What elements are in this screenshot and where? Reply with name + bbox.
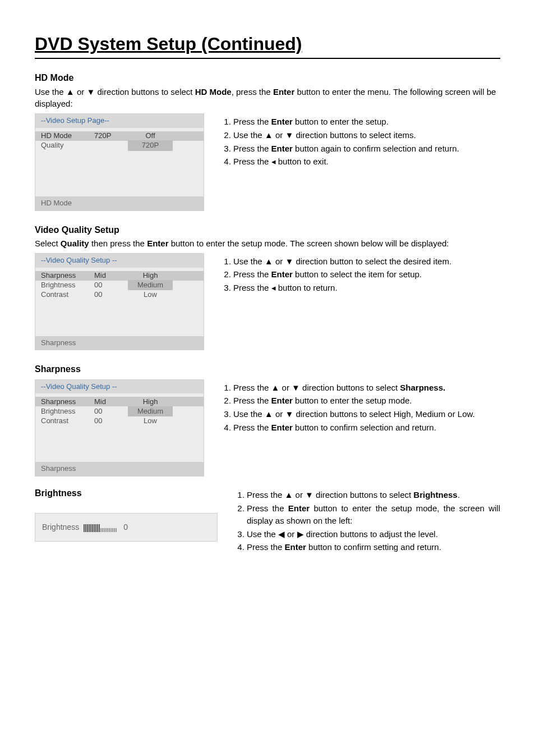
text-bold: Enter [273, 87, 294, 97]
menu-footer: Sharpness [35, 462, 204, 476]
text-bold: Enter [285, 542, 306, 552]
menu-row: SharpnessMidHigh [35, 397, 204, 406]
vq-row: --Video Quality Setup -- SharpnessMidHig… [35, 253, 500, 351]
text: button to enter the setup mode. The scre… [168, 239, 449, 248]
bright-steps: Press the ▲ or ▼ direction buttons to se… [234, 489, 500, 553]
menu-row: Contrast00Low [35, 290, 204, 300]
text-bold: Enter [271, 423, 293, 432]
text: button to select the item for setup. [293, 269, 422, 279]
brightness-label: Brightness [42, 521, 79, 533]
instruction-item: Press the Enter button to enter the setu… [233, 395, 500, 407]
menu-row: Brightness00Medium [35, 281, 204, 290]
instruction-item: Use the ◀ or ▶ direction buttons to adju… [247, 528, 500, 540]
instruction-item: Press the Enter button to select the ite… [233, 268, 500, 281]
text: Select [35, 239, 61, 248]
text: button to confirm setting and return. [306, 542, 441, 552]
text: Press the ◂ button to exit. [233, 157, 329, 166]
page: DVD System Setup (Continued) HD Mode Use… [0, 0, 535, 756]
text: Press the [233, 269, 271, 279]
instruction-item: Press the Enter button to enter the setu… [247, 502, 500, 527]
menu-body: SharpnessMidHighBrightness00MediumContra… [35, 393, 204, 459]
menu-row: HD Mode720POff [35, 131, 204, 141]
sharp-menu: --Video Quality Setup -- SharpnessMidHig… [35, 379, 204, 477]
menu-cell: 00 [94, 290, 128, 300]
instruction-item: Press the Enter button to confirm settin… [247, 541, 500, 553]
instruction-item: Press the ◂ button to return. [233, 282, 500, 294]
text: Press the ◂ button to return. [233, 283, 338, 292]
bright-steps-col: Press the ▲ or ▼ direction buttons to se… [234, 487, 500, 555]
menu-cell: 720P [94, 131, 128, 141]
menu-row: Quality720P [35, 141, 204, 150]
sharp-steps: Press the ▲ or ▼ direction buttons to se… [221, 382, 500, 434]
sharp-row: --Video Quality Setup -- SharpnessMidHig… [35, 379, 500, 477]
text: Use the ◀ or ▶ direction buttons to adju… [247, 529, 438, 539]
menu-cell: Contrast [41, 416, 94, 427]
text: . [458, 490, 460, 500]
menu-footer: HD Mode [35, 196, 204, 210]
instruction-item: Press the ▲ or ▼ direction buttons to se… [233, 382, 500, 394]
text: Use the ▲ or ▼ direction buttons to sele… [35, 87, 195, 97]
text-bold: Enter [271, 144, 293, 153]
text: Press the [233, 396, 271, 405]
text-bold: Sharpness. [400, 383, 445, 392]
vq-steps: Use the ▲ or ▼ direction button to selec… [221, 255, 500, 294]
text: Use the ▲ or ▼ direction buttons to sele… [233, 409, 475, 419]
vq-intro: Select Quality then press the Enter butt… [35, 237, 500, 250]
menu-footer: Sharpness [35, 336, 204, 350]
menu-cell: 720P [128, 140, 173, 151]
text: , press the [232, 87, 273, 97]
brightness-value: 0 [123, 521, 128, 533]
text-bold: Enter [271, 269, 293, 279]
instruction-item: Press the Enter button to enter the setu… [233, 116, 500, 128]
text: Press the [247, 503, 288, 513]
text: button again to confirm selection and re… [293, 144, 459, 153]
text: then press the [89, 239, 147, 248]
instruction-item: Press the ▲ or ▼ direction buttons to se… [247, 489, 500, 501]
menu-cell: Contrast [41, 290, 94, 300]
text-bold: Enter [271, 117, 293, 126]
text-bold: Brightness [413, 490, 457, 500]
text: button to confirm selection and return. [293, 423, 436, 432]
instruction-item: Use the ▲ or ▼ direction buttons to sele… [233, 408, 500, 420]
instruction-item: Press the ◂ button to exit. [233, 155, 500, 168]
vq-menu: --Video Quality Setup -- SharpnessMidHig… [35, 253, 204, 351]
menu-cell: 00 [94, 416, 128, 427]
sharp-steps-col: Press the ▲ or ▼ direction buttons to se… [221, 379, 500, 435]
menu-body: SharpnessMidHighBrightness00MediumContra… [35, 268, 204, 333]
hd-mode-intro: Use the ▲ or ▼ direction buttons to sele… [35, 86, 500, 111]
text: Press the [247, 542, 285, 552]
text: button to enter the setup mode. [293, 396, 412, 405]
text: Use the ▲ or ▼ direction buttons to sele… [233, 130, 416, 140]
bright-heading: Brightness [35, 487, 218, 500]
text: button to enter the setup. [293, 117, 389, 126]
menu-cell: Low [128, 290, 173, 300]
text-bold: Enter [147, 239, 168, 248]
bright-row: Brightness Brightness 0 Press the ▲ or ▼… [35, 487, 500, 555]
text: Press the ▲ or ▼ direction buttons to se… [247, 490, 413, 500]
menu-header: --Video Setup Page-- [35, 114, 204, 128]
text: Press the [233, 144, 271, 153]
menu-cell: Low [128, 416, 173, 427]
brightness-bar: Brightness 0 [35, 513, 218, 541]
menu-cell: Quality [41, 140, 94, 151]
text: Press the ▲ or ▼ direction buttons to se… [233, 383, 400, 392]
instruction-item: Press the Enter button again to confirm … [233, 143, 500, 155]
menu-row: Brightness00Medium [35, 406, 204, 416]
instruction-item: Use the ▲ or ▼ direction button to selec… [233, 255, 500, 268]
menu-body: HD Mode720POffQuality720P [35, 128, 204, 193]
text: Use the ▲ or ▼ direction button to selec… [233, 256, 451, 266]
instruction-item: Press the Enter button to confirm select… [233, 421, 500, 434]
instruction-item: Use the ▲ or ▼ direction buttons to sele… [233, 129, 500, 141]
hd-mode-heading: HD Mode [35, 71, 500, 84]
vq-heading: Video Quality Setup [35, 223, 500, 236]
page-title: DVD System Setup (Continued) [35, 31, 500, 59]
bright-left: Brightness Brightness 0 [35, 487, 218, 541]
hd-mode-steps-col: Press the Enter button to enter the setu… [221, 113, 500, 169]
sharp-heading: Sharpness [35, 363, 500, 375]
menu-row: SharpnessMidHigh [35, 271, 204, 281]
text-bold: Enter [288, 503, 310, 513]
menu-header: --Video Quality Setup -- [35, 380, 204, 394]
text-bold: Quality [61, 239, 89, 248]
text: Press the [233, 423, 271, 432]
menu-row: Contrast00Low [35, 416, 204, 425]
